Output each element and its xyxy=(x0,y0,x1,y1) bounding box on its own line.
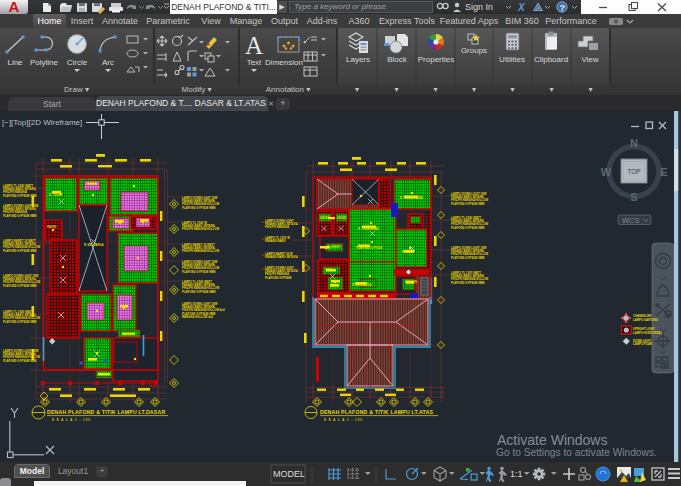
svg-text:DENAH PLAFOND & TITIK LAMPU LT: DENAH PLAFOND & TITIK LAMPU LT.DASAR xyxy=(47,409,165,415)
svg-text:Arc: Arc xyxy=(102,58,114,67)
svg-text:PLAFOND GYPSUM 9MM: PLAFOND GYPSUM 9MM xyxy=(3,359,37,363)
svg-text:1:1: 1:1 xyxy=(510,469,523,479)
svg-text:PLAFOND GYPSUM 9MM: PLAFOND GYPSUM 9MM xyxy=(3,284,37,288)
svg-text:PLAFOND GYPSUM 9MM: PLAFOND GYPSUM 9MM xyxy=(182,270,216,274)
svg-text:W: W xyxy=(601,166,612,178)
svg-text:PHILIPS RANGKA HOLLOW: PHILIPS RANGKA HOLLOW xyxy=(182,227,219,231)
svg-text:Block: Block xyxy=(387,55,408,64)
svg-text:S: S xyxy=(630,191,637,203)
svg-text:PLAFOND GYPSUM: PLAFOND GYPSUM xyxy=(265,276,292,280)
svg-text:WCS: WCS xyxy=(622,216,640,225)
svg-text:Clipboard: Clipboard xyxy=(534,55,568,64)
svg-text:N: N xyxy=(630,137,638,149)
svg-text:LAMPU GANTUNG: LAMPU GANTUNG xyxy=(633,318,658,322)
svg-text:LAMPU PIJAR: LAMPU PIJAR xyxy=(633,342,652,346)
svg-text:LAMPU HORIZONTAL: LAMPU HORIZONTAL xyxy=(633,331,662,335)
svg-text:Properties: Properties xyxy=(418,55,454,64)
svg-text:PLAFOND GYPSUM 9MM: PLAFOND GYPSUM 9MM xyxy=(3,214,37,218)
svg-text:PHILIPS RANGKA HOLLOW: PHILIPS RANGKA HOLLOW xyxy=(182,249,219,253)
svg-text:View: View xyxy=(581,55,598,64)
svg-text:Polyline: Polyline xyxy=(30,58,59,67)
svg-text:KM/WC: KM/WC xyxy=(337,216,347,220)
svg-text:R. TIDUR: R. TIDUR xyxy=(49,193,61,197)
svg-text:S K A L A 1 : 100: S K A L A 1 : 100 xyxy=(324,418,363,422)
svg-text:PHILIPS RANGKA: PHILIPS RANGKA xyxy=(265,225,289,229)
svg-text:?: ? xyxy=(560,3,566,13)
svg-text:E: E xyxy=(660,166,667,178)
svg-text:PLAFOND GYPSUM 9MM: PLAFOND GYPSUM 9MM xyxy=(451,281,485,285)
svg-text:PLAFOND GYPSUM 9MM: PLAFOND GYPSUM 9MM xyxy=(182,206,216,210)
svg-text:S K A L A 1 : 100: S K A L A 1 : 100 xyxy=(52,418,91,422)
svg-text:PLAFOND GYPSUM 9MM: PLAFOND GYPSUM 9MM xyxy=(3,194,37,198)
svg-text:PLAFOND GYPSUM 9MM: PLAFOND GYPSUM 9MM xyxy=(3,249,37,253)
svg-text:PLAFOND GYPSUM 9MM: PLAFOND GYPSUM 9MM xyxy=(451,202,485,206)
svg-text:KM/WC: KM/WC xyxy=(47,225,57,229)
svg-text:PASANG BARU: PASANG BARU xyxy=(265,239,286,243)
svg-text:Line: Line xyxy=(7,58,23,67)
svg-text:Circle: Circle xyxy=(67,58,88,67)
svg-text:Groups: Groups xyxy=(461,46,487,55)
svg-text:PLAFOND GYPSUM 9MM: PLAFOND GYPSUM 9MM xyxy=(451,226,485,230)
svg-text:MODEL: MODEL xyxy=(273,469,305,479)
svg-text:Utilities: Utilities xyxy=(499,55,525,64)
svg-text:PLAFOND GYPSUM 9MM: PLAFOND GYPSUM 9MM xyxy=(451,256,485,260)
svg-text:TOP: TOP xyxy=(627,168,640,175)
svg-text:X: X xyxy=(517,2,526,13)
svg-text:Sign In: Sign In xyxy=(465,2,493,12)
svg-text:Dimension: Dimension xyxy=(265,58,303,67)
svg-text:A: A xyxy=(245,32,263,59)
svg-text:DENAH PLAFOND & TITIK LAMPU LT: DENAH PLAFOND & TITIK LAMPU LT.ATAS xyxy=(320,409,433,415)
svg-text:PLAFOND GYPSUM 9MM: PLAFOND GYPSUM 9MM xyxy=(182,290,216,294)
svg-text:PLAFOND GYPSUM 9MM: PLAFOND GYPSUM 9MM xyxy=(3,320,37,324)
svg-text:RANGKA HOLLOW 4x4: RANGKA HOLLOW 4x4 xyxy=(182,315,213,319)
svg-text:R. KELUARGA: R. KELUARGA xyxy=(84,243,103,247)
svg-text:Layers: Layers xyxy=(346,55,370,64)
svg-text:Text: Text xyxy=(247,58,262,67)
